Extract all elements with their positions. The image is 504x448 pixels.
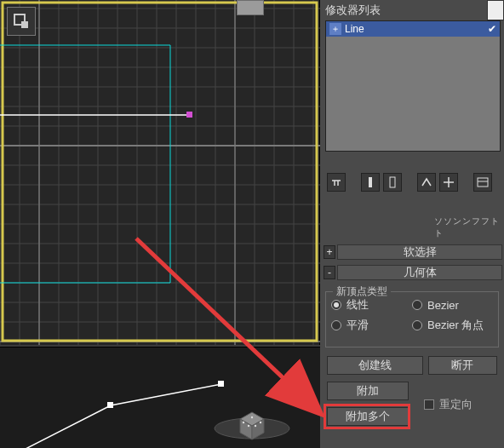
rollout-label: 软选择 [337, 244, 502, 260]
viewcube-icon[interactable] [237, 0, 264, 15]
modifier-stack-toolbar [325, 170, 501, 194]
svg-rect-55 [478, 178, 488, 187]
modifier-list-label: 修改器列表 [325, 3, 381, 18]
svg-point-49 [260, 422, 261, 423]
radio-icon [412, 320, 422, 330]
pin-stack-icon[interactable] [327, 173, 346, 192]
radio-label: Bezier [427, 299, 459, 312]
rollout-geometry[interactable]: - 几何体 [322, 263, 502, 282]
show-end-result-icon[interactable] [361, 173, 380, 192]
rollout-expand-icon[interactable]: + [324, 245, 335, 259]
radio-bezier[interactable]: Bezier [412, 297, 493, 313]
modifier-stack-item-line[interactable]: ＋ Line ✔ [326, 21, 500, 37]
radio-label: Bezier 角点 [427, 318, 484, 333]
check-icon: ✔ [488, 23, 496, 35]
group-new-vertex-type: 新顶点类型 线性 Bezier 平滑 Bezier 角点 [325, 291, 499, 347]
radio-label: 平滑 [346, 318, 369, 333]
modifier-list-dropdown[interactable] [487, 0, 504, 20]
create-line-button[interactable]: 创建线 [327, 356, 423, 375]
rollout-soft-selection[interactable]: + 软选择 [322, 243, 502, 261]
svg-point-46 [243, 422, 244, 423]
svg-rect-41 [21, 21, 28, 28]
svg-rect-54 [390, 177, 395, 187]
make-unique-icon[interactable] [383, 173, 402, 192]
svg-rect-53 [369, 177, 372, 187]
svg-rect-52 [107, 402, 113, 408]
svg-rect-51 [218, 381, 224, 387]
radio-bezier-corner[interactable]: Bezier 角点 [412, 318, 493, 333]
viewport-menu-button[interactable] [7, 7, 36, 36]
attach-button[interactable]: 附加 [327, 382, 409, 400]
modifier-stack[interactable]: ＋ Line ✔ [325, 20, 501, 152]
break-button[interactable]: 断开 [428, 356, 497, 375]
attach-multiple-button[interactable]: 附加多个 [327, 407, 409, 426]
modifier-sets-icon[interactable] [473, 173, 492, 192]
rollout-label: 几何体 [337, 265, 502, 280]
scroll-hint: ソソンンフフトト [434, 215, 504, 239]
modifier-item-label: Line [345, 23, 364, 35]
svg-point-48 [255, 425, 256, 427]
svg-point-50 [251, 416, 253, 418]
group-title: 新顶点类型 [333, 284, 391, 299]
svg-point-47 [248, 425, 249, 427]
radio-smooth[interactable]: 平滑 [331, 318, 412, 333]
remove-modifier-icon[interactable] [417, 173, 436, 192]
modify-panel: 修改器列表 ＋ Line ✔ ソソンンフフトト [320, 0, 504, 448]
radio-label: 线性 [346, 297, 369, 313]
viewport-top[interactable] [0, 0, 320, 345]
vertex-marker[interactable] [186, 112, 192, 118]
viewport-perspective[interactable] [0, 347, 320, 448]
viewport-grid [0, 0, 320, 345]
expand-icon[interactable]: ＋ [329, 23, 341, 35]
configure-sets-icon[interactable] [439, 173, 458, 192]
radio-linear[interactable]: 线性 [331, 297, 412, 313]
svg-rect-38 [3, 3, 317, 341]
radio-icon [412, 300, 422, 310]
rollout-collapse-icon[interactable]: - [324, 266, 335, 279]
radio-icon [331, 320, 341, 330]
radio-icon [331, 300, 341, 310]
